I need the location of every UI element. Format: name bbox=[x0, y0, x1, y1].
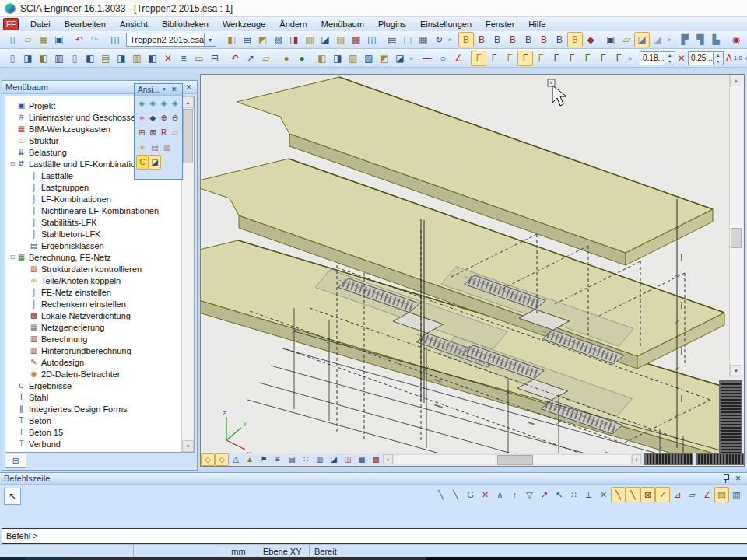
copy-2-icon[interactable]: ◨ bbox=[330, 51, 345, 66]
tree-item[interactable]: ⌡ Nichtlineare LF-Kombinationen bbox=[5, 205, 182, 216]
show-dimensions-icon[interactable]: ≡ bbox=[271, 453, 285, 466]
scrollbar-thumb[interactable] bbox=[183, 109, 193, 163]
chevron-down-icon[interactable]: ▼ bbox=[160, 85, 170, 95]
new-project-icon[interactable]: ▯ bbox=[5, 32, 20, 47]
line-icon[interactable]: — bbox=[419, 51, 435, 66]
activity-8-icon[interactable]: B bbox=[567, 32, 583, 47]
cursor-select-icon[interactable]: ↖ bbox=[552, 487, 566, 502]
menu-item[interactable]: Datei bbox=[23, 18, 58, 30]
volumes-icon[interactable]: ◪ bbox=[327, 453, 341, 466]
snap-list-icon[interactable]: ▥ bbox=[729, 487, 744, 502]
beam-type-2-icon[interactable]: Γ bbox=[486, 51, 502, 66]
scroll-right-icon[interactable]: › bbox=[632, 454, 642, 464]
tree-item[interactable]: ▩ Lokale Netzverdichtung bbox=[5, 310, 182, 321]
show-supports-icon[interactable]: △ bbox=[229, 453, 243, 466]
snap-intersection-icon[interactable]: ✕ bbox=[596, 487, 611, 502]
snap-plane-icon[interactable]: ▱ bbox=[685, 487, 700, 502]
3d-window-icon[interactable]: ◪ bbox=[149, 155, 161, 170]
axon-view-icon[interactable]: ◈ bbox=[136, 96, 147, 110]
tree-item[interactable]: ⌡ LF-Kombinationen bbox=[5, 193, 182, 205]
ortho-icon[interactable]: ⊥ bbox=[581, 487, 596, 502]
library-icon[interactable]: ▧ bbox=[271, 32, 286, 47]
toolbar-overflow-icon[interactable]: » bbox=[743, 54, 747, 62]
angle-icon[interactable]: ∠ bbox=[451, 51, 466, 66]
activity-2-icon[interactable]: B bbox=[474, 32, 489, 47]
horizontal-pan-slider[interactable] bbox=[696, 453, 744, 465]
copy-1-icon[interactable]: ◧ bbox=[314, 51, 330, 66]
open-project-icon[interactable]: ▱ bbox=[20, 32, 36, 47]
toolbar-overflow-icon[interactable]: » bbox=[626, 54, 633, 62]
corner-3-icon[interactable]: ▙ bbox=[708, 32, 724, 47]
snap-endpoint-icon[interactable]: ↑ bbox=[507, 487, 522, 502]
print-preview-icon[interactable]: ▢ bbox=[400, 32, 416, 47]
dot-grid-icon[interactable]: ∷ bbox=[566, 487, 581, 502]
activity-1-icon[interactable]: B bbox=[458, 32, 474, 47]
menu-item[interactable]: Plugins bbox=[371, 18, 413, 30]
chevron-down-icon[interactable]: ▼ bbox=[204, 33, 216, 46]
menubaum-tab[interactable]: ⊞ bbox=[5, 454, 26, 468]
select-members-icon[interactable]: ● bbox=[294, 51, 310, 66]
member-2d-icon[interactable]: ◨ bbox=[20, 51, 36, 66]
scrollbar-thumb[interactable] bbox=[497, 455, 533, 465]
tree-item[interactable]: ⌡ Stabilitäts-LFK bbox=[5, 216, 182, 228]
ansicht-header[interactable]: Ansi... ▼ ✕ bbox=[135, 84, 182, 96]
coordinates-icon[interactable]: C bbox=[136, 155, 149, 170]
scale-1-0-icon[interactable]: 1.0 bbox=[733, 51, 743, 66]
fly-mode-icon[interactable]: ✈ bbox=[744, 32, 747, 47]
layers-icon[interactable]: ▥ bbox=[302, 32, 317, 47]
beam-type-9-icon[interactable]: Γ bbox=[595, 51, 611, 66]
tree-item[interactable]: I Stahl bbox=[5, 391, 182, 403]
snap-mode-3-icon[interactable]: ⊠ bbox=[640, 487, 655, 502]
collapse-icon[interactable]: ⊟ bbox=[207, 51, 223, 66]
snap-delete-icon[interactable]: ✕ bbox=[478, 487, 493, 502]
snap-midpoint-icon[interactable]: ∧ bbox=[493, 487, 507, 502]
refresh-icon[interactable]: ↻ bbox=[431, 32, 447, 47]
node-display-icon[interactable]: ∗ bbox=[136, 110, 147, 125]
window-layout-icon[interactable]: ◫ bbox=[107, 32, 123, 47]
zoom-in-icon[interactable]: ⊕ bbox=[159, 110, 170, 125]
scroll-down-icon[interactable]: ▼ bbox=[182, 440, 194, 452]
tree-item[interactable]: ∥ Integriertes Design Forms bbox=[5, 403, 182, 415]
yz-view-icon[interactable]: ◈ bbox=[159, 96, 170, 110]
show-labels-icon[interactable]: ⚑ bbox=[257, 453, 271, 466]
system-menu-icon[interactable]: FF bbox=[3, 18, 19, 30]
zoom-out-icon[interactable]: ⊖ bbox=[170, 110, 181, 125]
zoom-all-icon[interactable]: ⊠ bbox=[147, 125, 158, 140]
snap-tangent-icon[interactable]: ↗ bbox=[537, 487, 552, 502]
wall-icon[interactable]: ◧ bbox=[82, 51, 98, 66]
image-save-icon[interactable]: ▤ bbox=[149, 140, 161, 155]
tree-scrollbar[interactable]: ▲ ▼ bbox=[181, 96, 194, 452]
model-canvas[interactable]: Z Y X bbox=[201, 75, 729, 454]
rib-icon[interactable]: ▥ bbox=[129, 51, 145, 66]
activity-3-icon[interactable]: B bbox=[489, 32, 505, 47]
project-manager-icon[interactable]: ▦ bbox=[36, 32, 51, 47]
close-icon[interactable]: ✕ bbox=[733, 474, 743, 484]
cross-section-icon[interactable]: ◧ bbox=[224, 32, 240, 47]
tree-item[interactable]: T Beton bbox=[5, 415, 182, 426]
beam-type-7-icon[interactable]: Γ bbox=[564, 51, 580, 66]
image-print-icon[interactable]: ▥ bbox=[161, 140, 174, 155]
beam-type-5-icon[interactable]: Γ bbox=[533, 51, 549, 66]
menu-item[interactable]: Bibliotheken bbox=[155, 18, 216, 30]
cursor-select-button[interactable]: ↖ bbox=[4, 488, 21, 505]
zoom-window-icon[interactable]: ⊞ bbox=[136, 125, 147, 140]
tree-item[interactable]: ⌡ FE-Netz einstellen bbox=[5, 286, 182, 298]
xy-view-icon[interactable]: ◈ bbox=[170, 96, 181, 110]
light-icon[interactable]: ☀ bbox=[136, 140, 149, 155]
opening-icon[interactable]: ◨ bbox=[114, 51, 129, 66]
tree-item[interactable]: ∪ Ergebnisse bbox=[5, 380, 182, 391]
vertical-zoom-slider[interactable] bbox=[719, 380, 742, 465]
toolbar-overflow-icon[interactable]: » bbox=[447, 36, 454, 44]
tree-item[interactable]: ⊟ ▦ Berechnung, FE-Netz bbox=[5, 251, 182, 263]
rendered-model-icon[interactable]: ◇ bbox=[215, 453, 229, 466]
mesh-size-spinner[interactable]: 0.18... ▲▼ bbox=[640, 51, 675, 65]
mesh-setup-icon[interactable]: ▩ bbox=[349, 32, 364, 47]
filter-1-icon[interactable]: ▣ bbox=[603, 32, 619, 47]
mesh-icon[interactable]: ∷ bbox=[299, 453, 313, 466]
tree-item[interactable]: ▥ Berechnung bbox=[5, 333, 182, 345]
calculator-icon[interactable]: ▦ bbox=[416, 32, 431, 47]
move-node-icon[interactable]: ↶ bbox=[227, 51, 243, 66]
delete-icon[interactable]: ✕ bbox=[160, 51, 176, 66]
snap-grid-g-icon[interactable]: G bbox=[463, 487, 478, 502]
pin-icon[interactable] bbox=[722, 474, 728, 483]
